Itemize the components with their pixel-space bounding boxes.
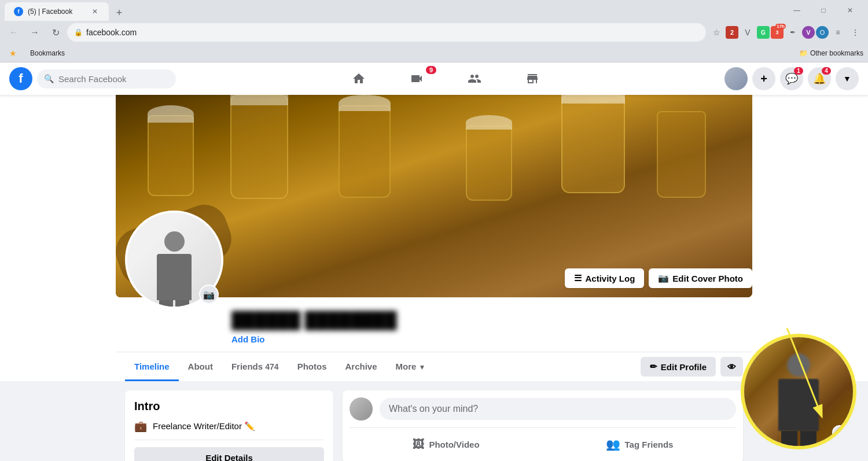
intro-occupation: 💼 Freelance Writer/Editor ✏️: [134, 420, 324, 433]
fb-navbar: f 🔍 9 +: [0, 62, 868, 95]
star-icon[interactable]: ☆: [708, 24, 724, 40]
cover-actions: ☰ Activity Log 📷 Edit Cover Photo: [565, 268, 752, 288]
left-column: Intro 💼 Freelance Writer/Editor ✏️ Edit …: [125, 390, 333, 461]
post-actions: 🖼 Photo/Video 👥 Tag Friends: [350, 427, 736, 456]
ext5-icon[interactable]: ✒: [785, 24, 801, 40]
notifications-btn[interactable]: 🔔 4: [808, 67, 831, 90]
view-as-btn[interactable]: 👁: [720, 357, 743, 377]
tab-title: (5) | Facebook: [28, 8, 86, 16]
back-btn[interactable]: ←: [5, 23, 23, 42]
address-bar: ← → ↻ 🔒 facebook.com ☆ 2 V G 317h ✒ V O …: [0, 21, 868, 44]
tab-bar: f (5) | Facebook ✕ + — □ ✕: [0, 0, 868, 21]
camera-small-icon: 📷: [203, 289, 215, 300]
profile-name: ██████ ████████: [231, 311, 743, 330]
profile-tabs: Timeline About Friends 474 Photos Archiv…: [116, 352, 752, 381]
settings-icon[interactable]: ⋮: [847, 24, 863, 40]
post-avatar: [350, 397, 373, 421]
tab-close-btn[interactable]: ✕: [90, 7, 100, 16]
fb-logo[interactable]: f: [9, 67, 32, 90]
intro-title: Intro: [134, 400, 324, 413]
content-area: Intro 💼 Freelance Writer/Editor ✏️ Edit …: [116, 381, 752, 461]
profile-pic-wrapper: 📷: [125, 211, 223, 309]
chevron-more-icon: ▼: [419, 363, 426, 371]
url-text: facebook.com: [86, 28, 699, 37]
ext4-icon[interactable]: 317h: [771, 26, 784, 39]
other-bookmarks[interactable]: 📁 Other bookmarks: [799, 49, 863, 57]
toolbar-icons: ☆ 2 V G 317h ✒ V O ≡ ⋮: [708, 24, 863, 40]
nav-video[interactable]: 9: [388, 62, 446, 95]
ext6-icon[interactable]: V: [802, 26, 815, 39]
tab-timeline[interactable]: Timeline: [125, 352, 179, 381]
profile-tab-actions: ✏ Edit Profile 👁: [641, 357, 743, 377]
close-btn[interactable]: ✕: [837, 0, 863, 21]
right-column: What's on your mind? 🖼 Photo/Video 👥 Tag…: [343, 390, 743, 461]
nav-people[interactable]: [446, 62, 503, 95]
account-menu-btn[interactable]: ▼: [836, 67, 859, 90]
add-bio-link[interactable]: Add Bio: [231, 334, 265, 344]
reload-btn[interactable]: ↻: [46, 23, 65, 42]
tab-more[interactable]: More ▼: [387, 352, 435, 381]
friends-badge: 474: [265, 362, 278, 371]
ext8-icon[interactable]: ≡: [830, 24, 846, 40]
tab-favicon: f: [14, 7, 23, 16]
eye-icon: 👁: [727, 362, 736, 372]
post-box: What's on your mind? 🖼 Photo/Video 👥 Tag…: [343, 390, 743, 461]
ext1-icon[interactable]: 2: [726, 26, 738, 39]
pencil-icon: ✏: [650, 362, 657, 372]
bell-badge: 4: [822, 67, 831, 75]
bookmark-star-icon: ★: [5, 45, 21, 61]
maximize-btn[interactable]: □: [810, 0, 837, 21]
messenger-badge: 1: [794, 67, 803, 75]
chevron-down-icon: ▼: [843, 74, 851, 83]
active-tab[interactable]: f (5) | Facebook ✕: [5, 2, 109, 21]
edit-cover-btn[interactable]: 📷 Edit Cover Photo: [649, 268, 752, 288]
tab-archive[interactable]: Archive: [336, 352, 386, 381]
photo-video-btn[interactable]: 🖼 Photo/Video: [350, 433, 543, 456]
new-tab-btn[interactable]: +: [111, 5, 127, 21]
bookmarks-bar: ★ Bookmarks 📁 Other bookmarks: [0, 44, 868, 62]
fb-nav-right: + 💬 1 🔔 4 ▼: [724, 67, 859, 90]
folder-icon: 📁: [799, 49, 808, 57]
lock-icon: 🔒: [74, 28, 83, 36]
address-input[interactable]: 🔒 facebook.com: [67, 23, 706, 42]
nav-marketplace[interactable]: [503, 62, 561, 95]
profile-camera-btn[interactable]: 📷: [199, 285, 219, 304]
chrome-frame: f (5) | Facebook ✕ + — □ ✕ ← → ↻ 🔒 faceb…: [0, 0, 868, 62]
photo-icon: 🖼: [413, 438, 424, 451]
tag-icon: 👥: [606, 437, 620, 451]
fb-main: ☰ Activity Log 📷 Edit Cover Photo: [0, 95, 868, 461]
tab-about[interactable]: About: [179, 352, 222, 381]
fb-page: f 🔍 9 +: [0, 62, 868, 461]
search-input[interactable]: [58, 74, 157, 84]
activity-log-btn[interactable]: ☰ Activity Log: [565, 268, 644, 288]
ext7-icon[interactable]: O: [816, 26, 829, 39]
nav-home[interactable]: [330, 62, 388, 95]
post-input[interactable]: What's on your mind?: [380, 398, 736, 420]
fb-nav-center: 9: [330, 62, 561, 95]
plus-icon: +: [760, 72, 767, 86]
camera-icon: 📷: [658, 273, 669, 283]
cover-section: ☰ Activity Log 📷 Edit Cover Photo: [0, 95, 868, 297]
window-controls: — □ ✕: [784, 0, 863, 21]
intro-card: Intro 💼 Freelance Writer/Editor ✏️ Edit …: [125, 390, 333, 461]
edit-details-btn[interactable]: Edit Details: [134, 447, 324, 461]
tab-photos[interactable]: Photos: [288, 352, 336, 381]
bookmarks-label[interactable]: Bookmarks: [25, 48, 69, 58]
profile-nav-avatar[interactable]: [724, 67, 748, 90]
work-icon: 💼: [134, 420, 147, 433]
ext2-icon[interactable]: V: [740, 24, 756, 40]
video-badge: 9: [426, 66, 436, 74]
post-box-top: What's on your mind?: [350, 397, 736, 421]
edit-profile-btn[interactable]: ✏ Edit Profile: [641, 357, 716, 377]
minimize-btn[interactable]: —: [784, 0, 810, 21]
forward-btn[interactable]: →: [25, 23, 44, 42]
search-box[interactable]: 🔍: [37, 69, 176, 88]
search-icon: 🔍: [44, 74, 54, 83]
messenger-btn[interactable]: 💬 1: [780, 67, 803, 90]
tab-friends[interactable]: Friends 474: [222, 352, 288, 381]
add-btn[interactable]: +: [752, 67, 775, 90]
ext3-icon[interactable]: G: [757, 26, 770, 39]
tag-friends-btn[interactable]: 👥 Tag Friends: [543, 433, 736, 456]
list-icon: ☰: [574, 273, 582, 283]
